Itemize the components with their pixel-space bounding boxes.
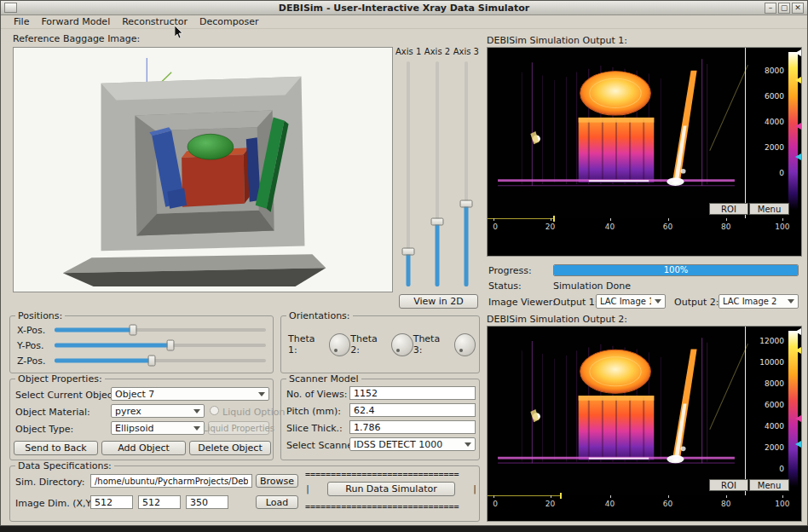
progress-bar: 100% bbox=[553, 264, 799, 276]
z-pos-slider[interactable] bbox=[55, 355, 266, 366]
colorbar-marker-magenta[interactable] bbox=[795, 415, 801, 422]
y-pos-slider[interactable] bbox=[55, 339, 266, 350]
x-tick: 40 bbox=[605, 500, 615, 508]
colorbar-marker-yellow[interactable] bbox=[795, 347, 801, 354]
menu-forward-model[interactable]: Forward Model bbox=[35, 15, 116, 28]
browse-button[interactable]: Browse bbox=[256, 474, 298, 488]
add-object-button[interactable]: Add Object bbox=[101, 441, 186, 455]
theta2-dial[interactable] bbox=[391, 333, 413, 356]
menu-file[interactable]: File bbox=[8, 15, 35, 28]
object-type-select[interactable]: Ellipsoid bbox=[111, 421, 205, 435]
delete-object-button[interactable]: Delete Object bbox=[189, 441, 271, 455]
select-scanner-select[interactable]: IDSS DETECT 1000 bbox=[349, 437, 476, 451]
axis1-slider-handle[interactable] bbox=[402, 248, 415, 256]
no-of-views-field[interactable] bbox=[349, 386, 476, 400]
xray-image-2[interactable] bbox=[488, 327, 745, 495]
colorbar-marker-white[interactable] bbox=[795, 328, 801, 335]
axis3-label: Axis 3 bbox=[453, 47, 479, 56]
current-object-select[interactable]: Object 7 bbox=[111, 387, 269, 401]
colorbar-tick: 2000 bbox=[765, 143, 784, 152]
pitch-field[interactable] bbox=[349, 403, 476, 417]
minimize-button[interactable]: – bbox=[765, 3, 776, 14]
menubar: File Forward Model Reconstructor Decompo… bbox=[1, 15, 807, 29]
theta1-label: Theta 1: bbox=[288, 333, 325, 356]
colorbar-tick: 0 bbox=[779, 169, 784, 177]
maximize-button[interactable]: ▢ bbox=[778, 3, 790, 14]
reference-3d-render[interactable] bbox=[13, 47, 393, 292]
axis3-slider-handle[interactable] bbox=[460, 200, 473, 207]
x-axis-2: 0 20 40 60 80 100 bbox=[488, 495, 801, 521]
menu-decomposer[interactable]: Decomposer bbox=[193, 15, 264, 28]
output1-combo-label: Output 1: bbox=[553, 297, 597, 308]
x-tick: 100 bbox=[775, 500, 789, 508]
liquid-option-radio[interactable] bbox=[210, 406, 219, 415]
image-dim-y-field[interactable] bbox=[138, 495, 181, 509]
slice-thick-field[interactable] bbox=[349, 420, 476, 434]
colorbar-tick: 12000 bbox=[759, 337, 784, 345]
chevron-down-icon bbox=[193, 426, 200, 431]
axis2-slider-handle[interactable] bbox=[431, 218, 444, 226]
theta1-dial[interactable] bbox=[329, 333, 350, 356]
colorbar-marker-white[interactable] bbox=[795, 49, 801, 56]
data-specifications-group: Data Specifications: Sim. Directory: Bro… bbox=[9, 466, 480, 522]
object-properties-group-title: Object Properties: bbox=[15, 373, 105, 385]
x-tick: 20 bbox=[545, 223, 555, 231]
colorbar-marker-yellow[interactable] bbox=[795, 77, 801, 84]
pipe-left: | bbox=[305, 484, 310, 494]
axis1-slider[interactable] bbox=[395, 60, 422, 288]
y-pos-label: Y-Pos. bbox=[17, 340, 44, 351]
colorbar-tick: 4000 bbox=[765, 118, 784, 126]
current-object-value: Object 7 bbox=[115, 389, 154, 400]
output2-image-value: LAC Image 2 bbox=[723, 297, 777, 306]
colorbar-tick: 10000 bbox=[759, 358, 784, 367]
axis2-slider-fill bbox=[436, 222, 440, 286]
output2-image-select[interactable]: LAC Image 2 bbox=[719, 294, 799, 309]
view-in-2d-button[interactable]: View in 2D bbox=[399, 294, 478, 309]
chevron-down-icon bbox=[193, 409, 200, 413]
run-row: | Run Data Simulator | bbox=[305, 482, 477, 496]
menu-button-2[interactable]: Menu bbox=[749, 479, 789, 491]
app-window: DEBISim - User-Interactive Xray Data Sim… bbox=[0, 0, 808, 526]
image-dim-z-field[interactable] bbox=[186, 495, 228, 509]
menu-reconstructor[interactable]: Reconstructor bbox=[116, 15, 193, 28]
axis-slider-panel: Axis 1 Axis 2 Axis 3 bbox=[395, 47, 480, 292]
axis-cursor-marker-2 bbox=[560, 493, 562, 499]
run-data-simulator-button[interactable]: Run Data Simulator bbox=[327, 482, 455, 496]
object-material-label: Object Material: bbox=[15, 407, 90, 418]
sim-directory-label: Sim. Directory: bbox=[15, 477, 84, 488]
colorbar-marker-cyan[interactable] bbox=[795, 153, 801, 160]
output2-title: DEBISim Simulation Output 2: bbox=[487, 314, 627, 325]
roi-button-2[interactable]: ROI bbox=[709, 479, 748, 491]
pipe-right: | bbox=[472, 484, 477, 494]
colorbar-marker-magenta[interactable] bbox=[795, 123, 801, 130]
axis2-slider[interactable] bbox=[424, 60, 451, 288]
z-pos-handle[interactable] bbox=[148, 355, 156, 366]
x-pos-slider[interactable] bbox=[55, 324, 266, 335]
sim-directory-field[interactable] bbox=[90, 474, 252, 488]
y-pos-handle[interactable] bbox=[167, 339, 175, 350]
liquid-properties-button: Liquid Properties bbox=[208, 421, 269, 435]
select-scanner-value: IDSS DETECT 1000 bbox=[354, 439, 442, 450]
positions-group-title: Positions: bbox=[15, 310, 65, 321]
theta3-dial[interactable] bbox=[454, 333, 476, 356]
close-button[interactable]: ✕ bbox=[792, 3, 804, 14]
colorbar-tick: 0 bbox=[779, 465, 784, 473]
object-material-select[interactable]: pyrex bbox=[111, 404, 205, 418]
xray-image-1[interactable] bbox=[488, 48, 745, 218]
load-button[interactable]: Load bbox=[256, 495, 298, 509]
axis3-slider[interactable] bbox=[453, 60, 480, 288]
x-pos-handle[interactable] bbox=[129, 324, 136, 335]
output1-image-select[interactable]: LAC Image 1 bbox=[596, 294, 666, 309]
output1-title: DEBISim Simulation Output 1: bbox=[487, 35, 627, 46]
x-tick: 100 bbox=[775, 223, 789, 231]
roi-button-1[interactable]: ROI bbox=[709, 203, 748, 215]
no-of-views-label: No. of Views: bbox=[286, 389, 347, 400]
chevron-down-icon bbox=[788, 299, 794, 304]
x-tick: 80 bbox=[721, 500, 730, 508]
colorbar-tick: 6000 bbox=[765, 401, 784, 409]
send-to-back-button[interactable]: Send to Back bbox=[14, 441, 98, 455]
image-dim-x-field[interactable] bbox=[90, 495, 133, 509]
menu-button-1[interactable]: Menu bbox=[749, 203, 789, 215]
colorbar-marker-cyan[interactable] bbox=[795, 441, 801, 448]
titlebar: DEBISim - User-Interactive Xray Data Sim… bbox=[1, 1, 807, 15]
